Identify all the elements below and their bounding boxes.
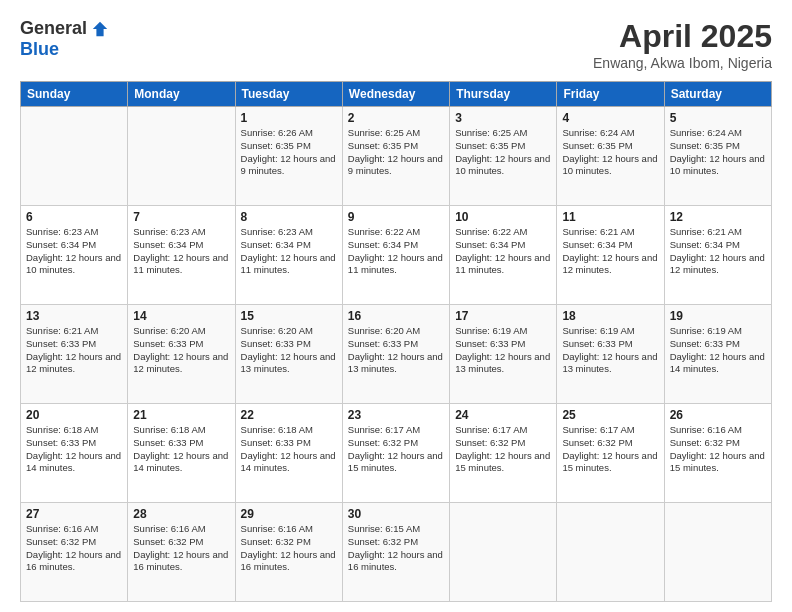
- calendar-cell: 24Sunrise: 6:17 AM Sunset: 6:32 PM Dayli…: [450, 404, 557, 503]
- day-info: Sunrise: 6:26 AM Sunset: 6:35 PM Dayligh…: [241, 127, 337, 178]
- day-number: 17: [455, 309, 551, 323]
- day-number: 15: [241, 309, 337, 323]
- calendar-cell: 3Sunrise: 6:25 AM Sunset: 6:35 PM Daylig…: [450, 107, 557, 206]
- logo-icon: [91, 20, 109, 38]
- calendar-week-row: 27Sunrise: 6:16 AM Sunset: 6:32 PM Dayli…: [21, 503, 772, 602]
- calendar-cell: 16Sunrise: 6:20 AM Sunset: 6:33 PM Dayli…: [342, 305, 449, 404]
- logo-blue-text: Blue: [20, 39, 59, 60]
- calendar-cell: 30Sunrise: 6:15 AM Sunset: 6:32 PM Dayli…: [342, 503, 449, 602]
- day-info: Sunrise: 6:16 AM Sunset: 6:32 PM Dayligh…: [670, 424, 766, 475]
- calendar-week-row: 1Sunrise: 6:26 AM Sunset: 6:35 PM Daylig…: [21, 107, 772, 206]
- day-info: Sunrise: 6:15 AM Sunset: 6:32 PM Dayligh…: [348, 523, 444, 574]
- calendar-cell: 22Sunrise: 6:18 AM Sunset: 6:33 PM Dayli…: [235, 404, 342, 503]
- calendar-cell: 2Sunrise: 6:25 AM Sunset: 6:35 PM Daylig…: [342, 107, 449, 206]
- day-number: 4: [562, 111, 658, 125]
- day-info: Sunrise: 6:18 AM Sunset: 6:33 PM Dayligh…: [241, 424, 337, 475]
- calendar-cell: 7Sunrise: 6:23 AM Sunset: 6:34 PM Daylig…: [128, 206, 235, 305]
- calendar-cell: 28Sunrise: 6:16 AM Sunset: 6:32 PM Dayli…: [128, 503, 235, 602]
- day-info: Sunrise: 6:23 AM Sunset: 6:34 PM Dayligh…: [26, 226, 122, 277]
- svg-marker-0: [93, 21, 107, 35]
- header: General Blue April 2025 Enwang, Akwa Ibo…: [20, 18, 772, 71]
- day-number: 1: [241, 111, 337, 125]
- day-info: Sunrise: 6:25 AM Sunset: 6:35 PM Dayligh…: [455, 127, 551, 178]
- day-info: Sunrise: 6:22 AM Sunset: 6:34 PM Dayligh…: [348, 226, 444, 277]
- day-number: 27: [26, 507, 122, 521]
- calendar-day-header: Saturday: [664, 82, 771, 107]
- calendar-cell: 15Sunrise: 6:20 AM Sunset: 6:33 PM Dayli…: [235, 305, 342, 404]
- day-info: Sunrise: 6:20 AM Sunset: 6:33 PM Dayligh…: [348, 325, 444, 376]
- logo: General Blue: [20, 18, 109, 60]
- calendar-cell: [664, 503, 771, 602]
- day-number: 18: [562, 309, 658, 323]
- title-block: April 2025 Enwang, Akwa Ibom, Nigeria: [593, 18, 772, 71]
- day-number: 30: [348, 507, 444, 521]
- calendar-cell: 25Sunrise: 6:17 AM Sunset: 6:32 PM Dayli…: [557, 404, 664, 503]
- calendar-cell: 23Sunrise: 6:17 AM Sunset: 6:32 PM Dayli…: [342, 404, 449, 503]
- calendar-cell: [557, 503, 664, 602]
- calendar-day-header: Friday: [557, 82, 664, 107]
- day-number: 2: [348, 111, 444, 125]
- day-number: 29: [241, 507, 337, 521]
- calendar-cell: 20Sunrise: 6:18 AM Sunset: 6:33 PM Dayli…: [21, 404, 128, 503]
- day-info: Sunrise: 6:20 AM Sunset: 6:33 PM Dayligh…: [241, 325, 337, 376]
- day-number: 13: [26, 309, 122, 323]
- day-info: Sunrise: 6:19 AM Sunset: 6:33 PM Dayligh…: [455, 325, 551, 376]
- day-number: 7: [133, 210, 229, 224]
- main-title: April 2025: [593, 18, 772, 55]
- day-info: Sunrise: 6:17 AM Sunset: 6:32 PM Dayligh…: [455, 424, 551, 475]
- page: General Blue April 2025 Enwang, Akwa Ibo…: [0, 0, 792, 612]
- day-number: 6: [26, 210, 122, 224]
- day-number: 3: [455, 111, 551, 125]
- day-number: 5: [670, 111, 766, 125]
- day-info: Sunrise: 6:18 AM Sunset: 6:33 PM Dayligh…: [133, 424, 229, 475]
- calendar-cell: [21, 107, 128, 206]
- calendar-cell: 27Sunrise: 6:16 AM Sunset: 6:32 PM Dayli…: [21, 503, 128, 602]
- day-number: 25: [562, 408, 658, 422]
- day-number: 24: [455, 408, 551, 422]
- day-info: Sunrise: 6:16 AM Sunset: 6:32 PM Dayligh…: [26, 523, 122, 574]
- calendar-cell: 13Sunrise: 6:21 AM Sunset: 6:33 PM Dayli…: [21, 305, 128, 404]
- day-info: Sunrise: 6:21 AM Sunset: 6:34 PM Dayligh…: [562, 226, 658, 277]
- calendar-week-row: 20Sunrise: 6:18 AM Sunset: 6:33 PM Dayli…: [21, 404, 772, 503]
- calendar-day-header: Monday: [128, 82, 235, 107]
- day-number: 10: [455, 210, 551, 224]
- calendar-day-header: Sunday: [21, 82, 128, 107]
- day-number: 19: [670, 309, 766, 323]
- day-info: Sunrise: 6:20 AM Sunset: 6:33 PM Dayligh…: [133, 325, 229, 376]
- calendar-cell: [128, 107, 235, 206]
- day-number: 8: [241, 210, 337, 224]
- calendar-cell: 4Sunrise: 6:24 AM Sunset: 6:35 PM Daylig…: [557, 107, 664, 206]
- day-info: Sunrise: 6:17 AM Sunset: 6:32 PM Dayligh…: [348, 424, 444, 475]
- day-number: 21: [133, 408, 229, 422]
- day-number: 20: [26, 408, 122, 422]
- day-number: 23: [348, 408, 444, 422]
- calendar-day-header: Thursday: [450, 82, 557, 107]
- day-info: Sunrise: 6:16 AM Sunset: 6:32 PM Dayligh…: [133, 523, 229, 574]
- calendar-cell: 19Sunrise: 6:19 AM Sunset: 6:33 PM Dayli…: [664, 305, 771, 404]
- logo-general-text: General: [20, 18, 87, 39]
- calendar-cell: 9Sunrise: 6:22 AM Sunset: 6:34 PM Daylig…: [342, 206, 449, 305]
- calendar-cell: 8Sunrise: 6:23 AM Sunset: 6:34 PM Daylig…: [235, 206, 342, 305]
- day-info: Sunrise: 6:19 AM Sunset: 6:33 PM Dayligh…: [670, 325, 766, 376]
- calendar-cell: 12Sunrise: 6:21 AM Sunset: 6:34 PM Dayli…: [664, 206, 771, 305]
- day-info: Sunrise: 6:21 AM Sunset: 6:34 PM Dayligh…: [670, 226, 766, 277]
- subtitle: Enwang, Akwa Ibom, Nigeria: [593, 55, 772, 71]
- day-number: 26: [670, 408, 766, 422]
- calendar-cell: 21Sunrise: 6:18 AM Sunset: 6:33 PM Dayli…: [128, 404, 235, 503]
- calendar-day-header: Tuesday: [235, 82, 342, 107]
- calendar-week-row: 6Sunrise: 6:23 AM Sunset: 6:34 PM Daylig…: [21, 206, 772, 305]
- day-number: 12: [670, 210, 766, 224]
- calendar-cell: 26Sunrise: 6:16 AM Sunset: 6:32 PM Dayli…: [664, 404, 771, 503]
- day-number: 22: [241, 408, 337, 422]
- calendar-header-row: SundayMondayTuesdayWednesdayThursdayFrid…: [21, 82, 772, 107]
- day-number: 28: [133, 507, 229, 521]
- day-info: Sunrise: 6:19 AM Sunset: 6:33 PM Dayligh…: [562, 325, 658, 376]
- day-info: Sunrise: 6:17 AM Sunset: 6:32 PM Dayligh…: [562, 424, 658, 475]
- day-info: Sunrise: 6:22 AM Sunset: 6:34 PM Dayligh…: [455, 226, 551, 277]
- day-info: Sunrise: 6:24 AM Sunset: 6:35 PM Dayligh…: [670, 127, 766, 178]
- day-info: Sunrise: 6:25 AM Sunset: 6:35 PM Dayligh…: [348, 127, 444, 178]
- day-info: Sunrise: 6:24 AM Sunset: 6:35 PM Dayligh…: [562, 127, 658, 178]
- calendar-week-row: 13Sunrise: 6:21 AM Sunset: 6:33 PM Dayli…: [21, 305, 772, 404]
- calendar-cell: 14Sunrise: 6:20 AM Sunset: 6:33 PM Dayli…: [128, 305, 235, 404]
- calendar-cell: [450, 503, 557, 602]
